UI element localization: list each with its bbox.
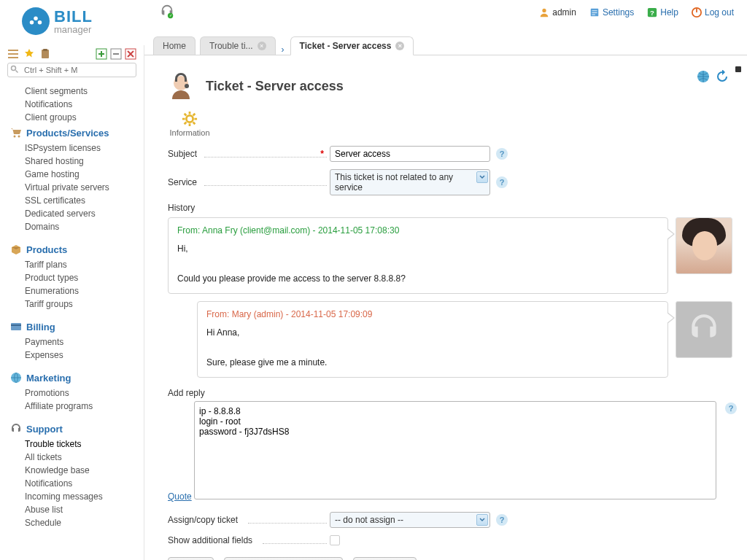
sidebar-item[interactable]: Tariff plans	[0, 258, 144, 271]
service-select[interactable]: This ticket is not related to any servic…	[330, 169, 490, 195]
sidebar-item[interactable]: Notifications	[0, 98, 144, 111]
tab-bar: HomeTrouble ti...×›Ticket - Server acces…	[144, 35, 747, 55]
help-icon[interactable]: ?	[496, 514, 508, 526]
sidebar-section-title: Marketing	[26, 373, 71, 384]
svg-point-30	[185, 84, 189, 88]
sidebar-tools	[0, 45, 144, 63]
assign-select[interactable]: -- do not assign --	[330, 512, 490, 528]
tab[interactable]: Home	[153, 36, 196, 55]
support-headset-icon[interactable]: ✓	[159, 4, 175, 20]
sidebar-item[interactable]: Promotions	[0, 386, 144, 400]
header-help[interactable]: ? Help	[647, 7, 678, 18]
sidebar-section: BillingPaymentsExpenses	[0, 318, 144, 362]
subject-input[interactable]	[330, 146, 490, 162]
header-user[interactable]: admin	[539, 7, 576, 18]
service-label: Service	[168, 177, 330, 187]
collapse-icon[interactable]	[110, 48, 122, 60]
form-row-subject: Subject* ?	[168, 146, 732, 162]
message-history: From: Anna Fry (client@mail.com) - 2014-…	[168, 217, 732, 378]
sidebar-item[interactable]: Enumerations	[0, 284, 144, 298]
message-body: Hi,Could you please provide me access to…	[177, 241, 659, 286]
sidebar-item[interactable]: Domains	[0, 220, 144, 233]
sidebar-search-input[interactable]	[7, 63, 136, 77]
message-bubble: From: Mary (admin) - 2014-11-05 17:09:09…	[197, 301, 668, 378]
refresh-icon[interactable]	[716, 70, 729, 83]
info-label: Information	[169, 128, 209, 137]
svg-rect-18	[43, 49, 47, 51]
clipboard-icon[interactable]	[39, 48, 51, 60]
close-panel-icon[interactable]	[125, 48, 136, 60]
sidebar-item[interactable]: Abuse list	[0, 503, 144, 516]
close-icon[interactable]: ×	[258, 42, 266, 50]
sidebar-section-title: Products/Services	[26, 128, 109, 139]
header-right: admin Settings ? Help Log out	[539, 7, 734, 18]
header-settings[interactable]: Settings	[589, 7, 634, 18]
sidebar-item[interactable]: Trouble tickets	[0, 438, 144, 451]
sidebar-section-head[interactable]: Billing	[0, 318, 144, 335]
sidebar-item[interactable]: Dedicated servers	[0, 207, 144, 220]
sidebar-item[interactable]: Incoming messages	[0, 490, 144, 503]
header-logout[interactable]: Log out	[692, 7, 734, 18]
message-from: From: Anna Fry (client@mail.com) - 2014-…	[177, 225, 659, 236]
main-area: HomeTrouble ti...×›Ticket - Server acces…	[144, 35, 747, 560]
page-head: Ticket - Server access	[165, 70, 732, 102]
user-icon	[539, 7, 549, 18]
sidebar-search-wrap	[0, 63, 144, 82]
info-section-head: Information	[168, 111, 212, 137]
expand-icon[interactable]	[96, 48, 107, 60]
show-additional-checkbox[interactable]	[330, 535, 340, 545]
svg-rect-16	[8, 57, 18, 58]
form-row-additional: Show additional fields	[168, 535, 732, 545]
cancel-button[interactable]: Cancel	[353, 557, 416, 560]
list-icon[interactable]	[7, 48, 19, 60]
sidebar-section-head[interactable]: Support	[0, 420, 144, 438]
sidebar-section-head[interactable]: Products/Services	[0, 124, 144, 141]
help-icon[interactable]: ?	[496, 148, 508, 160]
sidebar-item[interactable]: Virtual private servers	[0, 181, 144, 194]
sidebar-item[interactable]: Client segments	[0, 85, 144, 98]
svg-rect-25	[11, 323, 21, 330]
tab[interactable]: Ticket - Server access×	[290, 36, 414, 55]
sidebar-item[interactable]: Expenses	[0, 349, 144, 362]
sidebar-section-head[interactable]: Products	[0, 241, 144, 258]
sidebar-item[interactable]: Product types	[0, 271, 144, 284]
sidebar-item[interactable]: ISPsystem licenses	[0, 141, 144, 155]
sidebar-item[interactable]: Schedule	[0, 516, 144, 529]
sidebar-section-title: Billing	[26, 322, 55, 332]
svg-point-22	[12, 66, 16, 71]
star-icon[interactable]	[23, 48, 35, 60]
sidebar-item[interactable]: Knowledge base	[0, 464, 144, 477]
reply-textarea[interactable]	[194, 401, 716, 499]
tab[interactable]: Trouble ti...×	[200, 36, 276, 55]
close-icon[interactable]: ×	[395, 42, 404, 50]
sidebar-item[interactable]: Tariff groups	[0, 298, 144, 311]
sidebar-item[interactable]: All tickets	[0, 451, 144, 464]
sidebar-item[interactable]: Shared hosting	[0, 155, 144, 168]
ok-button[interactable]: Ok	[168, 557, 214, 560]
sidebar-nav: Client segments Notifications Client gro…	[0, 82, 144, 548]
quote-link[interactable]: Quote	[168, 491, 192, 502]
add-message-button[interactable]: Add a new message	[224, 557, 344, 560]
content: Ticket - Server access Information Subje…	[144, 55, 747, 560]
help-icon[interactable]: ?	[725, 402, 737, 414]
sidebar-section-head[interactable]: Marketing	[0, 369, 144, 386]
sidebar-item[interactable]: SSL certificates	[0, 194, 144, 207]
sidebar-item[interactable]: Payments	[0, 335, 144, 349]
reply-section: Add reply Quote ?	[168, 388, 732, 502]
scroll-up-indicator[interactable]	[735, 66, 741, 72]
gear-icon	[182, 111, 198, 127]
help-icon[interactable]: ?	[496, 176, 508, 188]
search-icon	[10, 65, 19, 74]
message-bubble: From: Anna Fry (client@mail.com) - 2014-…	[168, 217, 668, 294]
sidebar-item[interactable]: Notifications	[0, 477, 144, 490]
sidebar-item[interactable]: Game hosting	[0, 168, 144, 181]
message-body: Hi Anna,Sure, please give me a minute.	[206, 325, 659, 370]
logout-icon	[692, 7, 702, 18]
help-icon: ?	[647, 7, 657, 18]
sidebar-item[interactable]: Client groups	[0, 111, 144, 124]
sidebar-item[interactable]: Affiliate programs	[0, 400, 144, 413]
app-logo[interactable]: BILL manager	[22, 7, 93, 35]
globe-icon[interactable]	[697, 70, 710, 83]
globe-icon	[10, 372, 22, 384]
avatar	[676, 217, 732, 274]
